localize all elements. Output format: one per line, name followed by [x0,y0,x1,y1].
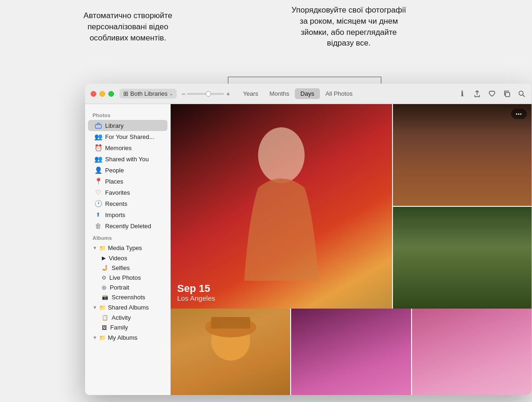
sidebar-item-memories[interactable]: ⏰ Memories [88,142,167,153]
favorites-label: Favorites [105,189,130,196]
sidebar-section-photos: Photos [85,109,170,120]
minimize-button[interactable] [100,91,105,97]
sidebar-item-recently-deleted[interactable]: 🗑 Recently Deleted [88,220,167,231]
sidebar-item-screenshots[interactable]: 📸 Screenshots [88,292,167,302]
svg-rect-2 [95,125,101,128]
screenshots-icon: 📸 [102,294,108,300]
memories-icon: ⏰ [94,144,102,152]
videos-label: Videos [109,255,127,262]
sidebar-item-videos[interactable]: ▶ Videos [88,253,167,263]
annotation-left-text: Автоматично створюйте персоналізовані ві… [84,11,173,42]
recently-deleted-label: Recently Deleted [105,223,151,230]
tab-days[interactable]: Days [295,88,320,99]
portrait-icon: ◎ [102,284,106,290]
zoom-slider-container: − + [181,90,230,98]
library-selector[interactable]: ⊞ Both Libraries ⌄ [120,89,177,99]
zoom-slider-thumb [206,91,211,97]
recents-icon: 🕐 [94,200,102,207]
tab-years[interactable]: Years [238,88,264,99]
portrait-label: Portrait [110,284,129,291]
share-button[interactable] [473,90,481,98]
activity-label: Activity [112,314,131,321]
library-icon: ⊞ [123,90,128,97]
photo-side-bottom[interactable] [393,207,532,309]
zoom-in-button[interactable]: + [226,90,230,98]
screenshots-label: Screenshots [112,294,145,301]
info-button[interactable]: ℹ [458,90,466,98]
tab-months[interactable]: Months [264,88,295,99]
sidebar-item-recents[interactable]: 🕐 Recents [88,198,167,209]
view-tabs: Years Months Days All Photos [238,88,359,99]
library-selector-chevron: ⌄ [169,91,173,96]
close-button[interactable] [91,91,96,97]
sidebar-item-imports[interactable]: ⬆ Imports [88,209,167,220]
copy-button[interactable] [503,90,511,98]
svg-point-3 [258,127,305,183]
people-icon: 👤 [94,166,102,174]
content-area: Photos Library 👥 For Your Shared... ⏰ Me… [85,104,532,395]
favorites-icon: ♡ [94,189,102,196]
search-button[interactable] [518,90,526,98]
fullscreen-button[interactable] [108,91,114,97]
sidebar: Photos Library 👥 For Your Shared... ⏰ Me… [85,104,171,395]
sidebar-item-people[interactable]: 👤 People [88,165,167,176]
svg-rect-6 [211,317,250,329]
memories-label: Memories [105,145,132,152]
videos-icon: ▶ [102,255,106,261]
places-icon: 📍 [94,178,102,185]
activity-icon: 📋 [102,315,108,321]
side-photos: ••• [393,104,532,309]
zoom-slider-track[interactable] [187,93,224,95]
sidebar-item-for-your-shared[interactable]: 👥 For Your Shared... [88,131,167,142]
tab-all-photos[interactable]: All Photos [320,88,359,99]
traffic-lights [91,91,114,97]
zoom-out-button[interactable]: − [181,90,185,98]
media-types-chevron: ▼ [93,245,97,250]
photo-row-1: Sep 15 Los Angeles ••• [171,104,532,309]
sidebar-item-shared-with-you[interactable]: 👥 Shared with You [88,153,167,165]
sidebar-section-albums: Albums [85,231,170,243]
imports-label: Imports [105,211,125,218]
annotation-right-text: Упорядковуйте свої фотографії за роком, … [292,6,406,47]
sidebar-item-activity[interactable]: 📋 Activity [88,313,167,323]
sidebar-item-favorites[interactable]: ♡ Favorites [88,187,167,198]
media-types-label: Media Types [108,244,142,251]
recents-label: Recents [105,200,127,207]
sidebar-item-portrait[interactable]: ◎ Portrait [88,283,167,292]
shared-albums-label: Shared Albums [108,304,149,311]
sidebar-item-live-photos[interactable]: ⊙ Live Photos [88,273,167,283]
sidebar-item-library[interactable]: Library [88,120,167,131]
sidebar-group-media-types[interactable]: ▼ 📁 Media Types [88,243,167,253]
shared-albums-chevron: ▼ [93,305,97,310]
photo-pink-hair[interactable] [291,309,411,395]
shared-with-you-label: Shared with You [105,156,149,163]
sidebar-item-family[interactable]: 🖼 Family [88,323,167,332]
more-options-button[interactable]: ••• [511,109,527,119]
sidebar-item-selfies[interactable]: 🤳 Selfies [88,263,167,273]
photo-bubble[interactable] [412,309,532,395]
photo-side-top[interactable]: ••• [393,104,532,206]
sidebar-item-places[interactable]: 📍 Places [88,176,167,187]
my-albums-icon: 📁 [99,335,106,341]
live-photos-icon: ⊙ [102,275,106,281]
date-overlay: Sep 15 Los Angeles [177,283,215,302]
photo-hat[interactable] [171,309,290,395]
people-label: People [105,167,124,174]
selfies-label: Selfies [112,264,130,271]
selfies-icon: 🤳 [102,265,108,271]
library-label: Library [105,122,124,129]
photo-grid[interactable]: Sep 15 Los Angeles ••• [171,104,532,395]
for-your-shared-label: For Your Shared... [105,133,154,140]
sidebar-group-shared-albums[interactable]: ▼ 📁 Shared Albums [88,302,167,313]
recently-deleted-icon: 🗑 [94,222,102,230]
annotation-right: Упорядковуйте свої фотографії за роком, … [288,5,409,49]
live-photos-label: Live Photos [109,274,141,281]
my-albums-label: My Albums [108,334,138,341]
photo-main-large[interactable]: Sep 15 Los Angeles [171,104,392,309]
sidebar-group-my-albums[interactable]: ▼ 📁 My Albums [88,332,167,343]
family-label: Family [110,324,128,331]
favorite-button[interactable] [488,90,496,98]
shared-with-you-icon: 👥 [94,155,102,163]
shared-albums-icon: 📁 [99,304,106,311]
svg-rect-0 [505,92,510,97]
